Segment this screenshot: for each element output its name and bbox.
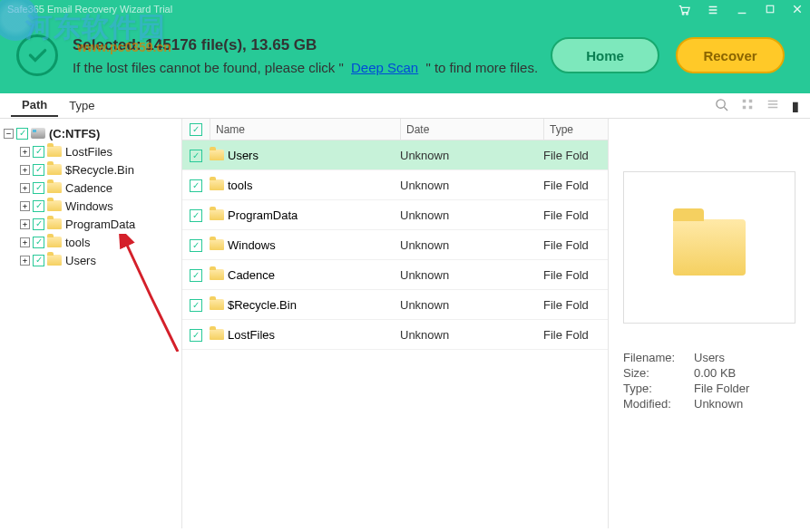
expander-icon[interactable]: + <box>20 165 30 175</box>
deep-scan-link[interactable]: Deep Scan <box>351 60 418 75</box>
row-checkbox[interactable]: ✓ <box>190 299 202 312</box>
column-name[interactable]: Name <box>210 119 400 140</box>
expander-icon[interactable]: + <box>20 237 30 247</box>
search-icon[interactable] <box>715 98 728 114</box>
table-row[interactable]: ✓ LostFiles Unknown File Fold <box>182 320 608 350</box>
row-name: ProgramData <box>228 208 298 222</box>
checkbox[interactable]: ✓ <box>33 146 44 158</box>
grid-view-icon[interactable] <box>741 98 754 113</box>
row-checkbox[interactable]: ✓ <box>190 209 202 222</box>
row-type: File Fold <box>543 238 608 252</box>
folder-tree: − ✓ (C:NTFS) +✓LostFiles+✓$Recycle.Bin+✓… <box>0 119 181 528</box>
expander-icon[interactable]: + <box>20 219 30 229</box>
status-check-icon <box>16 34 58 76</box>
table-row[interactable]: ✓ Windows Unknown File Fold <box>182 230 608 260</box>
row-name: Users <box>228 149 259 162</box>
meta-filename: Users <box>694 351 725 364</box>
folder-icon <box>210 299 224 310</box>
cart-icon[interactable] <box>678 4 690 18</box>
row-type: File Fold <box>543 149 608 162</box>
expander-icon[interactable]: + <box>20 201 30 211</box>
folder-icon <box>210 179 224 190</box>
table-row[interactable]: ✓ ProgramData Unknown File Fold <box>182 200 608 230</box>
row-date: Unknown <box>400 149 543 162</box>
row-checkbox[interactable]: ✓ <box>190 269 202 282</box>
table-row[interactable]: ✓ Users Unknown File Fold <box>182 140 608 170</box>
row-name: Cadence <box>228 268 275 282</box>
tree-item[interactable]: +✓tools <box>4 233 178 251</box>
preview-meta: Filename:Users Size:0.00 KB Type:File Fo… <box>623 351 795 411</box>
meta-size: 0.00 KB <box>694 366 736 380</box>
folder-icon <box>47 146 62 157</box>
tree-item[interactable]: +✓Users <box>4 251 178 269</box>
table-row[interactable]: ✓ tools Unknown File Fold <box>182 170 608 200</box>
row-name: LostFiles <box>228 328 275 342</box>
title-bar: Safe365 Email Recovery Wizard Trial <box>0 0 810 18</box>
checkbox[interactable]: ✓ <box>16 128 28 140</box>
row-date: Unknown <box>400 208 543 222</box>
tree-item-label: Users <box>65 254 96 267</box>
select-all-checkbox[interactable]: ✓ <box>190 123 202 136</box>
expander-icon[interactable]: + <box>20 183 30 193</box>
tree-item[interactable]: +✓ProgramData <box>4 215 178 233</box>
row-checkbox[interactable]: ✓ <box>190 239 202 252</box>
preview-panel: Filename:Users Size:0.00 KB Type:File Fo… <box>609 119 810 528</box>
tree-item-label: $Recycle.Bin <box>65 163 134 177</box>
row-date: Unknown <box>400 179 543 192</box>
checkbox[interactable]: ✓ <box>33 200 44 212</box>
checkbox[interactable]: ✓ <box>33 164 44 176</box>
table-row[interactable]: ✓ Cadence Unknown File Fold <box>182 260 608 290</box>
checkbox[interactable]: ✓ <box>33 255 44 266</box>
row-type: File Fold <box>543 208 608 222</box>
tree-item-label: Windows <box>65 199 113 213</box>
svg-rect-4 <box>743 100 747 103</box>
list-header: ✓ Name Date Type <box>182 119 608 140</box>
row-name: Windows <box>228 238 276 252</box>
expander-icon[interactable]: − <box>4 129 14 139</box>
tree-item[interactable]: +✓LostFiles <box>4 142 178 160</box>
expander-icon[interactable]: + <box>20 147 30 157</box>
tree-item[interactable]: +✓Windows <box>4 197 178 215</box>
folder-icon <box>210 329 224 340</box>
menu-icon[interactable] <box>707 4 719 18</box>
column-type[interactable]: Type <box>543 119 608 140</box>
drive-icon <box>31 128 45 139</box>
meta-type: File Folder <box>694 382 749 395</box>
hint-line: If the lost files cannot be found, pleas… <box>73 60 551 75</box>
svg-rect-7 <box>749 106 753 110</box>
tree-item[interactable]: +✓$Recycle.Bin <box>4 160 178 179</box>
list-view-icon[interactable] <box>766 98 779 113</box>
recover-button[interactable]: Recover <box>676 37 785 73</box>
table-row[interactable]: ✓ $Recycle.Bin Unknown File Fold <box>182 290 608 320</box>
row-checkbox[interactable]: ✓ <box>190 179 202 192</box>
tree-root-label: (C:NTFS) <box>49 127 100 140</box>
checkbox[interactable]: ✓ <box>33 237 44 248</box>
tab-type[interactable]: Type <box>58 95 105 116</box>
tree-item-label: tools <box>65 236 90 249</box>
checkbox[interactable]: ✓ <box>33 182 44 194</box>
tree-item[interactable]: +✓Cadence <box>4 179 178 197</box>
folder-icon <box>47 255 62 266</box>
maximize-icon[interactable] <box>765 4 776 18</box>
row-type: File Fold <box>543 298 608 312</box>
row-checkbox[interactable]: ✓ <box>190 150 202 162</box>
app-header: Safe365 Email Recovery Wizard Trial 河东软件… <box>0 0 810 93</box>
tree-root[interactable]: − ✓ (C:NTFS) <box>4 124 178 142</box>
folder-icon <box>47 218 62 229</box>
tree-item-label: ProgramData <box>65 218 135 231</box>
file-list: ✓ Name Date Type ✓ Users Unknown File Fo… <box>181 119 609 528</box>
expander-icon[interactable]: + <box>20 256 30 266</box>
home-button[interactable]: Home <box>551 37 659 73</box>
detail-view-icon[interactable]: ▮ <box>792 99 799 113</box>
row-checkbox[interactable]: ✓ <box>190 329 202 342</box>
tab-path[interactable]: Path <box>11 94 58 117</box>
checkbox[interactable]: ✓ <box>33 218 44 230</box>
column-date[interactable]: Date <box>400 119 543 140</box>
close-icon[interactable] <box>792 4 803 18</box>
row-date: Unknown <box>400 328 543 342</box>
row-name: $Recycle.Bin <box>228 298 297 312</box>
minimize-icon[interactable] <box>736 4 748 18</box>
meta-modified: Unknown <box>694 397 743 411</box>
preview-thumbnail <box>623 171 795 324</box>
row-type: File Fold <box>543 179 608 192</box>
